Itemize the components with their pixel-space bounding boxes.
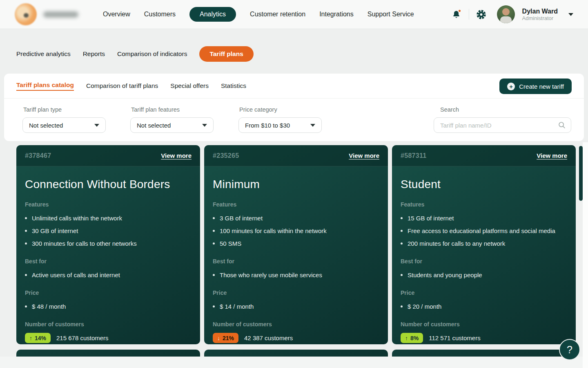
user-name: Dylan Ward — [522, 7, 558, 15]
create-new-tariff-label: Create new tariff — [519, 83, 564, 90]
bullet-dot — [401, 305, 403, 307]
price-category-select[interactable]: From $10 to $30 — [238, 117, 322, 133]
subnav-item-reports[interactable]: Reports — [83, 50, 105, 58]
bullet-dot — [401, 217, 403, 219]
search-icon — [557, 121, 566, 130]
tab-comparison-of-tariff-plans[interactable]: Comparison of tariff plans — [86, 82, 158, 90]
bullet-dot — [25, 305, 27, 307]
nav-item-integrations[interactable]: Integrations — [319, 11, 354, 18]
tab-statistics[interactable]: Statistics — [221, 82, 246, 90]
select-value: Not selected — [137, 122, 171, 129]
search-group: Search — [434, 106, 571, 133]
subnav-item-tariff-plans[interactable]: Tariff plans — [199, 46, 253, 62]
price-label: Price — [213, 289, 379, 296]
top-right-cluster: Dylan Ward Administrator — [451, 5, 573, 23]
create-new-tariff-button[interactable]: + Create new tariff — [499, 79, 572, 94]
divider — [4, 98, 584, 99]
list-item: 300 minutes for calls to other networks — [25, 239, 192, 248]
card-body: Student Features 15 GB of internet Free … — [392, 178, 576, 343]
best-for-list: Those who rarely use mobile services — [213, 271, 379, 279]
trend-down-icon: ↓ — [217, 335, 220, 341]
user-role: Administrator — [522, 15, 558, 22]
features-label: Features — [25, 201, 192, 208]
analytics-subnav: Predictive analytics Reports Comparison … — [16, 46, 254, 62]
bullet-dot — [25, 230, 27, 232]
select-value: From $10 to $30 — [245, 122, 290, 129]
nav-item-customer-retention[interactable]: Customer retention — [250, 11, 305, 18]
list-item: $ 20 / month — [401, 302, 567, 311]
tab-tariff-plans-catalog[interactable]: Tariff plans catalog — [16, 81, 74, 91]
nav-item-support-service[interactable]: Support Service — [368, 11, 414, 18]
trend-percent: 8% — [410, 335, 419, 341]
list-item: $ 48 / month — [25, 302, 192, 311]
notification-bell-button[interactable] — [451, 9, 462, 20]
nav-item-customers[interactable]: Customers — [144, 11, 176, 18]
customers-row: ↑ 14% 215 678 customers — [25, 333, 192, 343]
view-more-link[interactable]: View more — [537, 152, 567, 159]
bottom-strip — [0, 357, 588, 368]
tariff-card-connection-without-borders: #378467 View more Connection Without Bor… — [16, 145, 200, 344]
price-label: Price — [25, 289, 192, 296]
tariff-card-minimum: #235265 View more Minimum Features 3 GB … — [204, 145, 388, 344]
list-item: 3 GB of internet — [213, 214, 379, 222]
subnav-item-comparison-of-indicators[interactable]: Comparison of indicators — [117, 50, 187, 58]
subnav-item-predictive-analytics[interactable]: Predictive analytics — [16, 50, 71, 58]
customers-label: Number of customers — [213, 321, 379, 328]
filter-label: Tariff plan type — [23, 106, 106, 113]
trend-percent: 21% — [223, 335, 234, 341]
best-for-list: Active users of calls and internet — [25, 271, 192, 279]
user-avatar[interactable] — [497, 5, 515, 23]
features-label: Features — [401, 201, 567, 208]
list-item: 30 GB of internet — [25, 227, 192, 235]
price-list: $ 14 / month — [213, 302, 379, 311]
tariff-title: Minimum — [213, 178, 379, 191]
user-info[interactable]: Dylan Ward Administrator — [522, 7, 558, 22]
bullet-dot — [213, 242, 215, 245]
plus-icon: + — [507, 83, 515, 90]
scrollbar-thumb[interactable] — [579, 146, 583, 201]
features-list: Unlimited calls within the network 30 GB… — [25, 214, 192, 248]
tariff-plan-type-select[interactable]: Not selected — [22, 117, 106, 133]
customers-row: ↑ 8% 112 571 customers — [401, 333, 567, 343]
list-item: 100 minutes for calls within the network — [213, 227, 379, 235]
nav-item-overview[interactable]: Overview — [103, 11, 130, 18]
best-for-label: Best for — [25, 258, 192, 265]
list-item: Active users of calls and internet — [25, 271, 192, 279]
tab-special-offers[interactable]: Special offers — [170, 82, 209, 90]
card-body: Connection Without Borders Features Unli… — [16, 178, 200, 343]
tariff-card-partial — [392, 350, 576, 357]
help-button[interactable]: ? — [559, 339, 580, 360]
scrollbar-track — [583, 142, 588, 368]
bullet-dot — [213, 274, 215, 276]
notification-badge — [458, 9, 461, 13]
chevron-down-icon[interactable] — [568, 13, 573, 16]
best-for-list: Students and young people — [401, 271, 567, 279]
list-item: Those who rarely use mobile services — [213, 271, 379, 279]
card-header: #235265 View more — [204, 145, 388, 166]
view-more-link[interactable]: View more — [161, 152, 192, 159]
tariff-plan-features-select[interactable]: Not selected — [130, 117, 214, 133]
view-more-link[interactable]: View more — [349, 152, 379, 159]
settings-button[interactable] — [476, 9, 487, 20]
list-item: 50 SMS — [213, 239, 379, 248]
card-header: #587311 View more — [392, 145, 576, 166]
list-item: Students and young people — [401, 271, 567, 279]
bullet-dot — [25, 274, 27, 276]
trend-up-icon: ↑ — [405, 335, 408, 341]
tariff-cards-row: #378467 View more Connection Without Bor… — [16, 145, 576, 344]
search-label: Search — [440, 106, 571, 113]
brand-name-blurred — [43, 11, 78, 18]
list-item: 200 minutes for calls to any network — [401, 239, 567, 248]
price-list: $ 20 / month — [401, 302, 567, 311]
best-for-label: Best for — [401, 258, 567, 265]
bullet-dot — [401, 230, 403, 232]
tariff-id: #235265 — [213, 152, 239, 159]
filter-tariff-plan-type: Tariff plan type Not selected — [22, 106, 106, 133]
tariff-cards-row-2 — [16, 350, 576, 357]
search-input[interactable] — [434, 117, 571, 133]
customers-row: ↓ 21% 42 387 customers — [213, 333, 379, 343]
tariff-title: Connection Without Borders — [25, 178, 192, 191]
chevron-down-icon — [202, 124, 207, 127]
nav-item-analytics[interactable]: Analytics — [189, 7, 236, 22]
brand-logo-icon — [15, 3, 37, 25]
